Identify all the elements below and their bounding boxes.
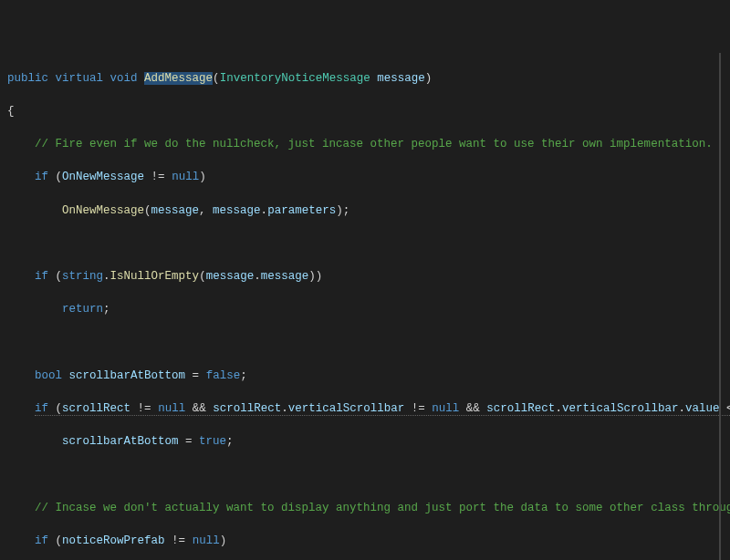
code-editor[interactable]: public virtual void AddMessage(Inventory… xyxy=(7,53,723,560)
code-line[interactable] xyxy=(7,335,723,351)
code-line[interactable]: // Fire even if we do the nullcheck, jus… xyxy=(7,136,723,152)
code-line[interactable]: if (OnNewMessage != null) xyxy=(7,169,723,185)
code-line[interactable]: public virtual void AddMessage(Inventory… xyxy=(7,70,723,87)
code-line[interactable]: return; xyxy=(7,301,723,317)
code-line[interactable]: if (noticeRowPrefab != null) xyxy=(7,533,723,549)
code-line[interactable]: bool scrollbarAtBottom = false; xyxy=(7,368,723,384)
code-line[interactable]: scrollbarAtBottom = true; xyxy=(7,433,723,450)
code-line[interactable]: // Incase we don't actually want to disp… xyxy=(7,500,723,516)
method-name-selected: AddMessage xyxy=(144,72,213,85)
code-line[interactable] xyxy=(7,467,723,483)
code-line[interactable]: if (string.IsNullOrEmpty(message.message… xyxy=(7,268,723,285)
code-line[interactable]: OnNewMessage(message, message.parameters… xyxy=(7,202,723,219)
code-line[interactable]: { xyxy=(7,103,723,119)
editor-border xyxy=(719,53,721,560)
code-line[interactable] xyxy=(7,235,723,252)
code-line[interactable]: if (scrollRect != null && scrollRect.ver… xyxy=(7,400,723,417)
